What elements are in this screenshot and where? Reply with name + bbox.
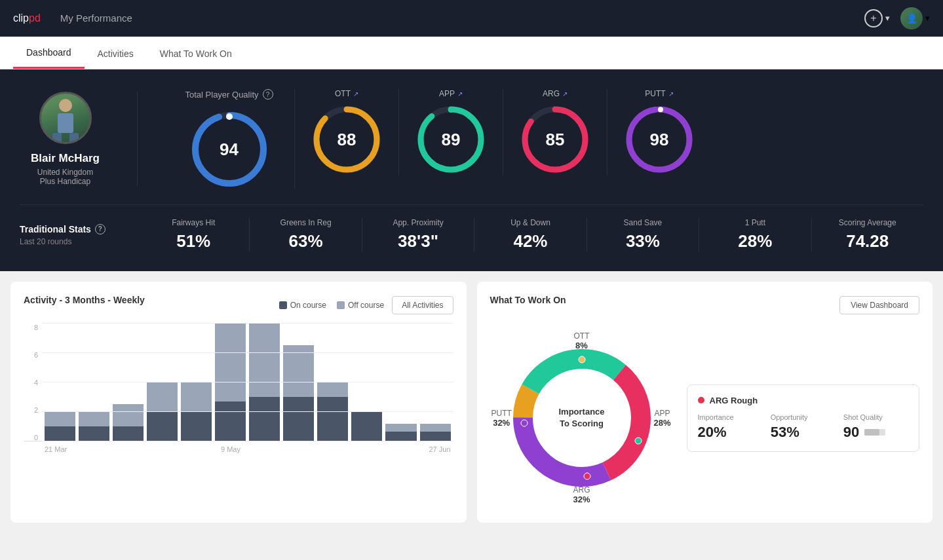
stat-fairways-hit-name: Fairways Hit [144, 218, 242, 227]
ott-arrow-icon: ↗ [353, 90, 358, 98]
logo-clip: clip [13, 12, 29, 24]
wtwo-header: What To Work On View Dashboard [490, 295, 920, 316]
trad-stats-info-icon[interactable]: ? [95, 224, 106, 234]
donut-label-ott: OTT 8% [574, 331, 590, 350]
svg-point-26 [521, 420, 528, 426]
arg-label: ARG ↗ [543, 89, 568, 98]
avatar: 👤 [900, 7, 923, 29]
stat-greens-in-reg-value: 63% [256, 231, 355, 252]
wtw-right: ARG Rough Importance 20% Opportunity 53%… [687, 384, 920, 452]
info-card-title: ARG Rough [698, 396, 909, 405]
metric-opportunity: Opportunity 53% [771, 413, 843, 441]
svg-point-25 [584, 473, 590, 479]
metric-opportunity-label: Opportunity [771, 413, 836, 421]
add-button[interactable]: + ▾ [864, 9, 890, 28]
metric-shot-quality-label: Shot Quality [843, 413, 908, 421]
bar-3 [113, 324, 144, 441]
svg-rect-3 [69, 133, 79, 142]
header-right: + ▾ 👤 ▾ [864, 7, 930, 29]
tab-dashboard[interactable]: Dashboard [13, 37, 85, 69]
add-circle-icon: + [864, 9, 883, 28]
x-axis: 21 Mar 9 May 27 Jun [24, 445, 453, 453]
stat-scoring-avg: Scoring Average 74.28 [812, 218, 923, 252]
bar-2-off [79, 411, 109, 426]
arg-arrow-icon: ↗ [562, 90, 568, 98]
donut-center: Importance To Scoring [558, 406, 604, 430]
bar-11 [385, 324, 416, 441]
bar-8-off [283, 345, 314, 397]
avatar-button[interactable]: 👤 ▾ [900, 7, 930, 29]
bar-2 [79, 324, 109, 441]
shot-quality-bar-fill [864, 429, 879, 436]
svg-rect-2 [52, 133, 62, 142]
red-dot-icon [698, 397, 704, 403]
traditional-stats: Traditional Stats ? Last 20 rounds Fairw… [20, 204, 923, 252]
ott-score: 88 [337, 130, 356, 150]
bar-8 [283, 324, 314, 441]
bar-6-off [215, 324, 246, 401]
bar-3-off [113, 404, 144, 426]
metric-opportunity-value: 53% [771, 424, 836, 441]
total-quality-score: 94 [220, 140, 239, 160]
bottom-panels: Activity - 3 Months - Weekly On course O… [0, 271, 943, 533]
header-title: My Performance [60, 12, 132, 24]
view-dashboard-button[interactable]: View Dashboard [839, 296, 919, 314]
scores-section: Total Player Quality ? 94 OTT ↗ [138, 89, 923, 189]
all-activities-button[interactable]: All Activities [392, 296, 453, 314]
y-label-8: 8 [24, 324, 38, 331]
hero-section: Blair McHarg United Kingdom Plus Handica… [0, 69, 943, 271]
bar-11-off [385, 424, 416, 432]
player-avatar [39, 92, 92, 144]
app-ring: 89 [415, 103, 487, 176]
bar-10-on [351, 411, 382, 441]
bar-4-on [147, 411, 178, 441]
shot-quality-row: 90 [843, 424, 908, 441]
player-name: Blair McHarg [31, 152, 100, 165]
metric-importance-value: 20% [698, 424, 763, 441]
player-country: United Kingdom [37, 168, 93, 177]
stat-app-proximity-name: App. Proximity [369, 218, 467, 227]
svg-point-23 [579, 356, 585, 363]
chevron-down-icon: ▾ [885, 13, 890, 23]
ott-ring: 88 [311, 103, 383, 176]
y-label-2: 2 [24, 406, 38, 414]
chart-bars-container: 0 2 4 6 8 [24, 324, 453, 441]
nav-tabs: Dashboard Activities What To Work On [0, 37, 943, 69]
stat-1-putt: 1 Putt 28% [699, 218, 811, 252]
bar-4-off [147, 382, 178, 411]
activity-panel: Activity - 3 Months - Weekly On course O… [10, 282, 467, 523]
avatar-placeholder: 👤 [900, 7, 923, 29]
stat-fairways-hit-value: 51% [144, 231, 242, 252]
bar-1-on [45, 426, 75, 441]
svg-point-0 [59, 99, 72, 112]
stat-scoring-avg-value: 74.28 [818, 231, 917, 252]
app-label: APP ↗ [439, 89, 463, 98]
player-figure-icon [46, 96, 85, 142]
metric-shot-quality: Shot Quality 90 [843, 413, 908, 441]
bar-1 [45, 324, 75, 441]
bar-12-off [420, 424, 451, 432]
y-axis: 0 2 4 6 8 [24, 324, 38, 441]
arg-ring: 85 [519, 103, 591, 176]
bar-10 [351, 324, 382, 441]
chart-title: Activity - 3 Months - Weekly [24, 295, 145, 305]
avatar-chevron-icon: ▾ [925, 13, 930, 23]
chart-body: 0 2 4 6 8 [24, 324, 453, 453]
shot-quality-bar [864, 429, 885, 436]
bar-5-off [181, 382, 212, 411]
stat-sand-save-value: 33% [594, 231, 692, 252]
total-quality-info-icon[interactable]: ? [263, 89, 273, 100]
bar-7 [249, 324, 280, 441]
arg-col: ARG ↗ 85 [503, 89, 607, 176]
chart-legend: On course Off course [279, 301, 385, 310]
svg-point-6 [226, 113, 233, 120]
tab-what-to-work-on[interactable]: What To Work On [147, 37, 245, 69]
bar-4 [147, 324, 178, 441]
stat-fairways-hit: Fairways Hit 51% [138, 218, 250, 252]
legend-off-course: Off course [337, 301, 384, 310]
stat-up-down-name: Up & Down [481, 218, 579, 227]
bar-9 [317, 324, 348, 441]
tab-activities[interactable]: Activities [85, 37, 147, 69]
bar-1-off [45, 411, 75, 426]
y-label-4: 4 [24, 379, 38, 386]
